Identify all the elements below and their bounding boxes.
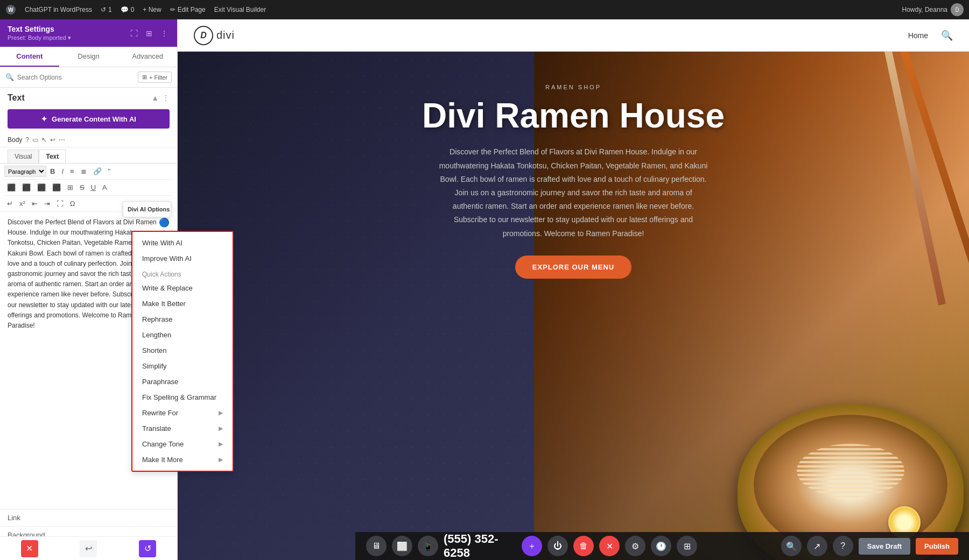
make-it-more-item[interactable]: Make It More ▶ <box>132 452 233 467</box>
bold-button[interactable]: B <box>47 166 58 177</box>
vb-settings-button[interactable]: ⚙ <box>625 536 645 556</box>
text-color-button[interactable]: A <box>100 182 110 193</box>
save-bottom-button[interactable]: ↺ <box>139 540 156 557</box>
cancel-button[interactable]: ✕ <box>21 540 38 557</box>
visual-tab[interactable]: Visual <box>8 150 39 163</box>
strikethrough-button[interactable]: S <box>77 182 87 193</box>
indent-button[interactable]: ↵ <box>4 198 16 209</box>
admin-avatar[interactable]: D <box>951 3 964 16</box>
exit-vb-item[interactable]: Exit Visual Builder <box>214 6 266 13</box>
vb-history-button[interactable]: 🕐 <box>651 536 671 556</box>
special-chars-button[interactable]: Ω <box>67 198 78 209</box>
section-more-icon[interactable]: ⋮ <box>162 94 170 102</box>
wp-logo-item[interactable]: W <box>5 4 16 15</box>
underline-button[interactable]: U <box>88 182 99 193</box>
panel-tabs: Content Design Advanced <box>0 47 177 67</box>
write-with-ai-item[interactable]: Write With AI <box>132 235 233 251</box>
panel-preset[interactable]: Preset: Body imported ▾ <box>8 34 71 41</box>
paraphrase-item[interactable]: Paraphrase <box>132 374 233 389</box>
tab-design[interactable]: Design <box>59 47 118 67</box>
divi-d-letter: D <box>200 31 207 40</box>
text-tab[interactable]: Text <box>39 150 66 163</box>
write-replace-item[interactable]: Write & Replace <box>132 280 233 296</box>
tab-content[interactable]: Content <box>0 47 59 67</box>
vb-search2-button[interactable]: 🔍 <box>781 536 802 556</box>
filter-button[interactable]: ⊞ + Filter <box>138 72 172 83</box>
vb-close-button[interactable]: ✕ <box>599 536 620 556</box>
site-name-item[interactable]: ChatGPT in WordPress <box>25 6 92 13</box>
undo-bottom-button[interactable]: ↩ <box>80 540 97 557</box>
link-button[interactable]: 🔗 <box>90 166 104 177</box>
edit-page-item[interactable]: ✏ Edit Page <box>170 6 206 13</box>
sync-icon: ↺ <box>101 6 106 13</box>
help-icon[interactable]: ? <box>25 136 29 144</box>
tab-advanced[interactable]: Advanced <box>118 47 177 67</box>
align-left-button[interactable]: ⬛ <box>4 182 18 193</box>
align-right-button[interactable]: ⬛ <box>34 182 48 193</box>
hero-title: Divi Ramen House <box>422 97 725 134</box>
edit-icon: ✏ <box>170 6 175 13</box>
outdent-button[interactable]: ⇤ <box>29 198 40 209</box>
search-options-input[interactable] <box>17 74 135 81</box>
collapse-icon[interactable]: ▲ <box>151 94 159 102</box>
translate-item[interactable]: Translate ▶ <box>132 421 233 436</box>
vb-desktop-icon[interactable]: 🖥 <box>366 536 387 556</box>
text-format-icon[interactable]: ▭ <box>32 136 38 144</box>
fix-spelling-item[interactable]: Fix Spelling & Grammar <box>132 389 233 405</box>
vb-mobile-icon[interactable]: 📱 <box>418 536 438 556</box>
paragraph-select[interactable]: Paragraph <box>4 166 46 177</box>
fullscreen-icon[interactable]: ⛶ <box>129 28 139 39</box>
align-justify-button[interactable]: ⬛ <box>50 182 64 193</box>
make-it-more-arrow: ▶ <box>219 456 223 463</box>
improve-with-ai-item[interactable]: Improve With AI <box>132 251 233 266</box>
change-tone-item[interactable]: Change Tone ▶ <box>132 436 233 452</box>
hero-tag: RAMEN SHOP <box>545 84 601 90</box>
new-content-item[interactable]: + New <box>143 6 161 13</box>
body-label: Body <box>8 136 22 144</box>
undo-icon[interactable]: ↩ <box>50 136 55 144</box>
lengthen-item[interactable]: Lengthen <box>132 327 233 343</box>
comment-bubble-item[interactable]: 💬 0 <box>121 6 135 13</box>
vb-help-button[interactable]: ? <box>833 536 853 556</box>
ul-button[interactable]: ≡ <box>67 166 77 177</box>
nav-search-icon[interactable]: 🔍 <box>941 30 953 41</box>
explore-menu-button[interactable]: EXPLORE OUR MENU <box>515 256 632 279</box>
vb-trash-button[interactable]: 🗑 <box>573 536 594 556</box>
divi-logo-circle: D <box>194 26 213 45</box>
comment-count-item[interactable]: ↺ 1 <box>101 6 112 13</box>
vb-power-button[interactable]: ⏻ <box>547 536 568 556</box>
vb-add-button[interactable]: ＋ <box>522 536 542 556</box>
indent2-button[interactable]: ⇥ <box>41 198 53 209</box>
ellipsis-icon[interactable]: ⋯ <box>59 136 65 144</box>
more-options-icon[interactable]: ⋮ <box>159 28 170 39</box>
superscript-button[interactable]: x² <box>17 198 28 209</box>
wp-admin-bar: W ChatGPT in WordPress ↺ 1 💬 0 + New ✏ E… <box>0 0 969 19</box>
save-draft-button[interactable]: Save Draft <box>859 538 910 555</box>
quick-actions-label: Quick Actions <box>132 266 233 280</box>
quote-button[interactable]: " <box>106 166 114 177</box>
vb-tablet-icon[interactable]: ⬜ <box>392 536 412 556</box>
ai-dropdown-menu: Write With AI Improve With AI Quick Acti… <box>131 231 234 472</box>
rephrase-item[interactable]: Rephrase <box>132 311 233 327</box>
columns-icon[interactable]: ⊞ <box>144 28 155 39</box>
table-button[interactable]: ⊞ <box>65 182 76 193</box>
rewrite-for-item[interactable]: Rewrite For ▶ <box>132 405 233 421</box>
shorten-item[interactable]: Shorten <box>132 343 233 358</box>
vb-layout-button[interactable]: ⊞ <box>677 536 697 556</box>
publish-button[interactable]: Publish <box>916 538 958 555</box>
fullscreen-editor-button[interactable]: ⛶ <box>54 198 66 209</box>
vb-share-button[interactable]: ↗ <box>807 536 827 556</box>
nav-home-link[interactable]: Home <box>908 31 928 40</box>
right-content-area: D divi Home 🔍 <box>178 19 969 560</box>
italic-button[interactable]: I <box>59 166 66 177</box>
cursor-icon[interactable]: ↖ <box>41 136 47 144</box>
simplify-item[interactable]: Simplify <box>132 358 233 374</box>
ai-blue-icon[interactable]: 🔵 <box>159 217 170 228</box>
text-settings-panel: Text Settings Preset: Body imported ▾ ⛶ … <box>0 19 178 560</box>
ai-sparkle-icon: ✦ <box>41 115 47 123</box>
ol-button[interactable]: ≣ <box>78 166 89 177</box>
chatgpt-label: ChatGPT in WordPress <box>25 6 92 13</box>
align-center-button[interactable]: ⬛ <box>19 182 33 193</box>
generate-ai-button[interactable]: ✦ Generate Content With AI <box>8 109 170 129</box>
make-it-better-item[interactable]: Make It Better <box>132 296 233 311</box>
